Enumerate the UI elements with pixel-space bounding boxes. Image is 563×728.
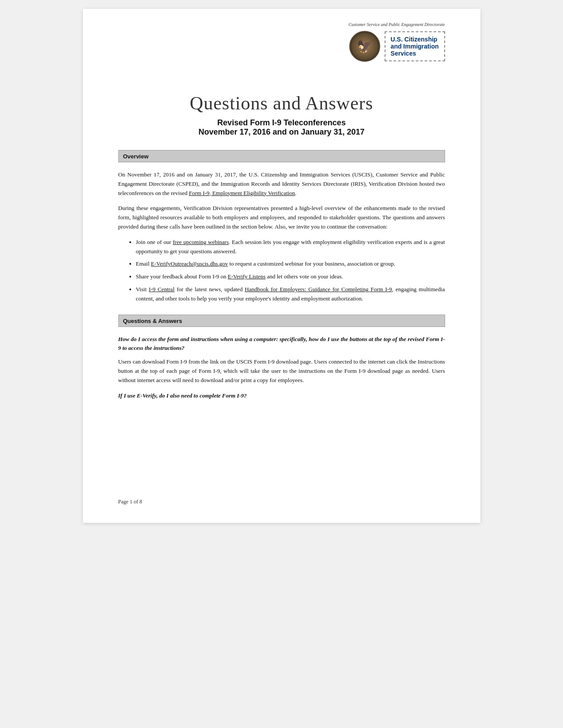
agency-tagline: Customer Service and Public Engagement D… (348, 22, 445, 27)
webinars-link[interactable]: free upcoming webinars (173, 239, 229, 245)
overview-header-text: Overview (123, 153, 149, 160)
form-i9-link[interactable]: Form I-9, Employment Eligibility Verific… (189, 190, 295, 196)
uscis-seal: 🦅 (349, 31, 380, 62)
overview-bullet-list: Join one of our free upcoming webinars. … (136, 238, 445, 304)
agency-name-block: U.S. Citizenship and Immigration Service… (385, 31, 445, 61)
overview-paragraph1: On November 17, 2016 and on January 31, … (118, 170, 445, 198)
subtitle-line2: November 17, 2016 and on January 31, 201… (118, 128, 445, 137)
logo-area: 🦅 U.S. Citizenship and Immigration Servi… (349, 31, 445, 62)
seal-eagle-icon: 🦅 (357, 39, 372, 54)
page-number: Page 1 of 8 (118, 499, 142, 505)
agency-line2: and Immigration (391, 43, 439, 50)
qa-section-header: Questions & Answers (118, 315, 445, 327)
title-section: Questions and Answers Revised Form I-9 T… (118, 93, 445, 137)
qa-header-text: Questions & Answers (123, 318, 182, 324)
agency-line1: U.S. Citizenship (391, 36, 439, 43)
page-footer: Page 1 of 8 (118, 499, 142, 505)
email-link[interactable]: E-VerifyOutreach@uscis.dhs.gov (151, 260, 228, 267)
bullet-item-1: Join one of our free upcoming webinars. … (136, 238, 445, 256)
overview-paragraph2: During these engagements, Verification D… (118, 204, 445, 231)
bullet-item-4: Visit I-9 Central for the latest news, u… (136, 285, 445, 304)
overview-section-header: Overview (118, 150, 445, 162)
agency-line3: Services (391, 50, 439, 57)
bullet-item-3: Share your feedback about Form I-9 on E-… (136, 272, 445, 281)
i9-central-link[interactable]: I-9 Central (149, 286, 174, 293)
bullet-item-2: Email E-VerifyOutreach@uscis.dhs.gov to … (136, 259, 445, 269)
question-2: If I use E-Verify, do I also need to com… (118, 391, 445, 401)
handbook-link[interactable]: Handbook for Employers: Guidance for Com… (245, 286, 392, 293)
main-title: Questions and Answers (118, 93, 445, 114)
question-1: How do I access the form and instruction… (118, 335, 445, 353)
everify-listens-link[interactable]: E-Verify Listens (228, 273, 266, 280)
page-container: Customer Service and Public Engagement D… (83, 9, 480, 523)
seal-inner: 🦅 (351, 33, 378, 60)
answer-1: Users can download Form I-9 from the lin… (118, 357, 445, 385)
subtitle-line1: Revised Form I-9 Teleconferences (118, 118, 445, 128)
